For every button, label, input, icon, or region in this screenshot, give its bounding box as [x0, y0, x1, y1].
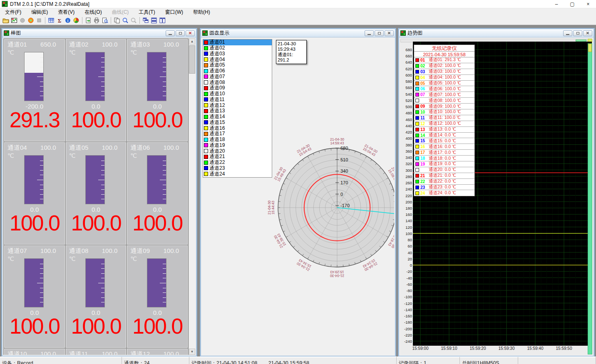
channel-value: 100.0 [66, 314, 126, 339]
gauge-tick [40, 264, 43, 264]
scale-max-value: 100.0 [40, 350, 56, 355]
pie-chart-icon[interactable] [72, 17, 80, 24]
legend-channel-number: 22 [420, 179, 427, 184]
gauge-bar [24, 52, 44, 101]
y-tick-label: -120 [404, 301, 412, 306]
realtime-chart-icon[interactable] [10, 17, 18, 24]
gauge-tick [163, 278, 166, 278]
bar-window-title-bar[interactable]: 棒图 ✕ [2, 29, 196, 37]
legend-color-swatch [415, 134, 419, 137]
x-tick-label: 15:59:50 [556, 346, 572, 351]
scrollbar-thumb[interactable] [189, 45, 195, 74]
bar-window-minimize-button[interactable] [166, 30, 175, 36]
tile-horizontal-icon[interactable] [150, 17, 158, 24]
gauge-tick [101, 82, 104, 82]
minimize-button[interactable]: – [549, 0, 564, 8]
tile-vertical-icon[interactable] [158, 17, 166, 24]
cascade-windows-icon[interactable] [142, 17, 150, 24]
channel-name: 通道12 [130, 350, 150, 355]
open-icon[interactable] [2, 17, 10, 24]
zoom-in-icon[interactable] [121, 17, 129, 24]
main-toolbar: Σi [0, 16, 596, 25]
bar-window-icon [4, 30, 9, 36]
menu-item-2[interactable]: 编辑(E) [26, 8, 53, 17]
menu-item-7[interactable]: 窗口(W) [160, 8, 188, 17]
disc-window-minimize-button[interactable] [365, 30, 374, 36]
trend-window-restore-button[interactable] [573, 30, 582, 36]
scale-max-value: 100.0 [102, 350, 118, 355]
channel-name: 通道09 [130, 247, 150, 255]
legend-row-10: 10通道10: 100.0 ℃ [414, 109, 474, 115]
legend-row-17: 17通道17: 0.0 ℃ [414, 150, 474, 156]
disc-window-title-bar[interactable]: 圆盘显示 ✕ [201, 29, 395, 37]
tooltip-value: 通道01: 291.2 [278, 52, 305, 63]
menu-item-6[interactable]: 工具(T) [134, 8, 160, 17]
svg-text:170: 170 [340, 180, 348, 185]
channel-value: 291.3 [5, 107, 65, 132]
menu-item-3[interactable]: 查看(V) [53, 8, 79, 17]
disc-window-restore-button[interactable] [375, 30, 384, 36]
gauge-tick [163, 96, 166, 96]
trend-vertical-scrollbar[interactable] [588, 43, 592, 354]
y-tick-label: -80 [406, 288, 412, 293]
legend-row-21: 21通道21: 0.0 ℃ [414, 173, 474, 179]
menu-item-8[interactable]: 帮助(H) [188, 8, 215, 17]
gauge-tick [163, 268, 166, 269]
print-icon[interactable] [92, 17, 101, 24]
scroll-down-arrow[interactable]: ▼ [189, 349, 195, 355]
bar-window-scrollbar[interactable]: ▲ ▼ [189, 38, 195, 355]
gauge-tick [163, 273, 166, 274]
gauge-tick [101, 170, 104, 171]
toolbar-separator [45, 17, 45, 24]
vscroll-thumb[interactable] [588, 44, 592, 52]
legend-channel-value: 通道07: 100.0 ℃ [429, 92, 461, 97]
scroll-up-arrow[interactable]: ▲ [189, 38, 195, 45]
y-tick-label: -180 [404, 320, 412, 324]
legend-row-6: 06通道06: 100.0 ℃ [414, 86, 474, 92]
legend-row-16: 16通道16: 0.0 ℃ [414, 144, 474, 150]
legend-channel-value: 通道16: 0.0 ℃ [429, 144, 456, 149]
x-tick-label: 15:59:00 [412, 346, 429, 351]
zoom-out-disabled-icon [129, 17, 138, 24]
copy-icon[interactable] [113, 17, 121, 24]
gauge-tick [40, 67, 43, 67]
svg-text:Σ: Σ [58, 17, 62, 24]
channel-name: 通道10 [7, 350, 27, 355]
bar-window-close-button[interactable]: ✕ [186, 30, 195, 36]
menu-item-4[interactable]: 在线(O) [79, 8, 107, 17]
legend-color-swatch [415, 139, 419, 143]
svg-text:0: 0 [340, 192, 343, 197]
channel-color-swatch [204, 92, 208, 96]
legend-channel-number: 01 [420, 58, 427, 62]
print-preview-icon[interactable] [101, 17, 109, 24]
y-tick-label: 380 [405, 143, 412, 147]
trend-window-minimize-button[interactable] [563, 30, 572, 36]
legend-color-swatch [415, 162, 419, 166]
export-icon[interactable] [84, 17, 92, 24]
menu-item-1[interactable]: 文件(F) [0, 8, 26, 17]
legend-channel-number: 19 [420, 162, 427, 166]
bar-cell-header: 通道09100.0 [130, 247, 179, 255]
y-tick-label: 400 [405, 136, 412, 141]
record-active-icon[interactable] [27, 17, 35, 24]
legend-row-13: 13通道13: 0.0 ℃ [414, 127, 474, 133]
legend-channel-value: 通道20: 0.0 ℃ [429, 167, 456, 173]
trend-window-title-bar[interactable]: 趋势图 ✕ [399, 29, 594, 37]
data-table-icon[interactable] [47, 17, 55, 24]
gauge-tick [40, 72, 43, 72]
polar-chart: 6805103401700-17021-04-3014:59:4321-04-3… [203, 133, 394, 286]
channel-color-swatch [204, 57, 208, 62]
trend-window-close-button[interactable]: ✕ [583, 30, 592, 36]
gauge-tick [40, 165, 43, 166]
maximize-button[interactable]: ▢ [564, 0, 580, 8]
close-button[interactable]: × [580, 0, 596, 8]
sigma-icon[interactable]: Σ [55, 17, 64, 24]
scale-max-value: 100.0 [102, 247, 118, 255]
gauge-tick [101, 273, 104, 274]
bar-window-restore-button[interactable] [176, 30, 185, 36]
channel-color-swatch [204, 63, 208, 67]
gauge-tick [163, 194, 166, 195]
disc-window-close-button[interactable]: ✕ [385, 30, 394, 36]
legend-color-swatch [415, 122, 419, 126]
info-icon[interactable]: i [64, 17, 72, 24]
